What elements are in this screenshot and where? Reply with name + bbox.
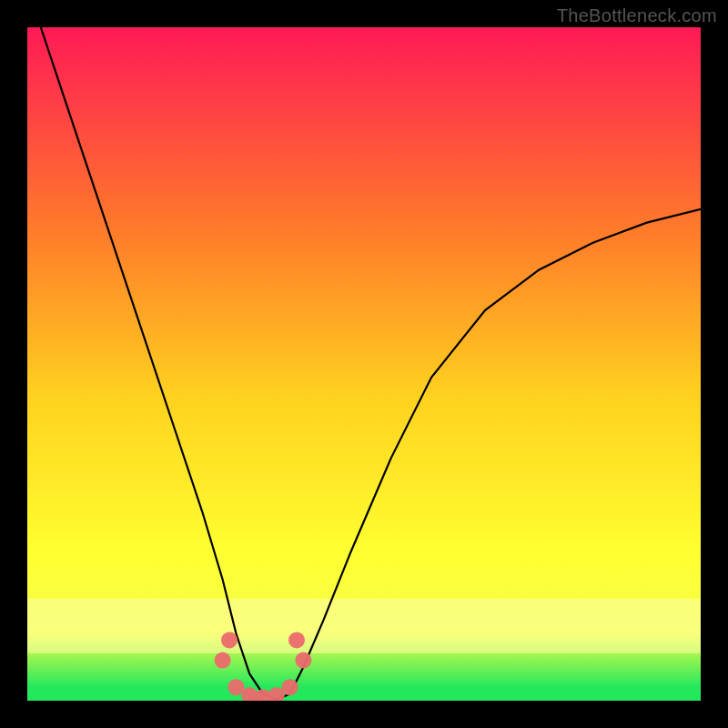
- curve-marker: [282, 679, 298, 695]
- curve-marker: [295, 652, 311, 669]
- curve-marker: [215, 652, 231, 669]
- curve-marker: [221, 632, 238, 648]
- chart-frame: TheBottleneck.com: [0, 0, 728, 728]
- plot-area: [27, 27, 701, 701]
- watermark-label: TheBottleneck.com: [557, 5, 717, 26]
- curve-marker: [288, 632, 305, 648]
- chart-svg: [27, 27, 701, 701]
- pale-band: [27, 599, 701, 653]
